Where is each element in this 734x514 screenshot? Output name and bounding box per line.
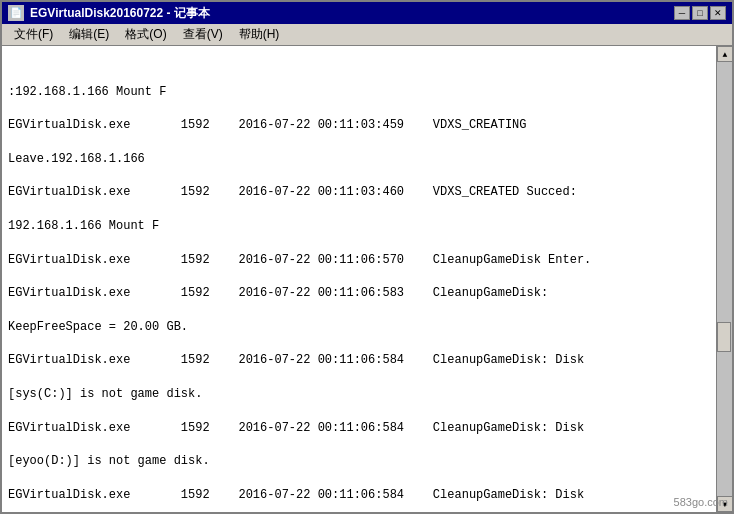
watermark: 583go.com [674,496,728,508]
log-line: EGVirtualDisk.exe 1592 2016-07-22 00:11:… [8,252,710,269]
scrollbar-track[interactable] [717,62,732,496]
log-line: EGVirtualDisk.exe 1592 2016-07-22 00:11:… [8,420,710,437]
title-controls: ─ □ ✕ [674,6,726,20]
scrollbar-thumb[interactable] [717,322,731,352]
content-area: :192.168.1.166 Mount F EGVirtualDisk.exe… [2,46,732,512]
menu-view[interactable]: 查看(V) [175,24,231,45]
maximize-button[interactable]: □ [692,6,708,20]
vertical-scrollbar[interactable]: ▲ ▼ [716,46,732,512]
main-window: 📄 EGVirtualDisk20160722 - 记事本 ─ □ ✕ 文件(F… [0,0,734,514]
log-line: EGVirtualDisk.exe 1592 2016-07-22 00:11:… [8,487,710,504]
minimize-button[interactable]: ─ [674,6,690,20]
log-line: EGVirtualDisk.exe 1592 2016-07-22 00:11:… [8,352,710,369]
scroll-up-button[interactable]: ▲ [717,46,732,62]
log-line: EGVirtualDisk.exe 1592 2016-07-22 00:11:… [8,285,710,302]
menu-format[interactable]: 格式(O) [117,24,174,45]
menu-edit[interactable]: 编辑(E) [61,24,117,45]
title-bar: 📄 EGVirtualDisk20160722 - 记事本 ─ □ ✕ [2,2,732,24]
log-line: 192.168.1.166 Mount F [8,218,710,235]
log-line: EGVirtualDisk.exe 1592 2016-07-22 00:11:… [8,117,710,134]
window-title: EGVirtualDisk20160722 - 记事本 [30,5,210,22]
menu-help[interactable]: 帮助(H) [231,24,288,45]
app-icon: 📄 [8,5,24,21]
log-line: [eyoo(D:)] is not game disk. [8,453,710,470]
log-line: :192.168.1.166 Mount F [8,84,710,101]
title-bar-left: 📄 EGVirtualDisk20160722 - 记事本 [8,5,210,22]
log-line: [sys(C:)] is not game disk. [8,386,710,403]
log-line: KeepFreeSpace = 20.00 GB. [8,319,710,336]
log-line: Leave.192.168.1.166 [8,151,710,168]
log-content[interactable]: :192.168.1.166 Mount F EGVirtualDisk.exe… [2,46,716,512]
log-line: EGVirtualDisk.exe 1592 2016-07-22 00:11:… [8,184,710,201]
menu-bar: 文件(F) 编辑(E) 格式(O) 查看(V) 帮助(H) [2,24,732,46]
menu-file[interactable]: 文件(F) [6,24,61,45]
close-button[interactable]: ✕ [710,6,726,20]
